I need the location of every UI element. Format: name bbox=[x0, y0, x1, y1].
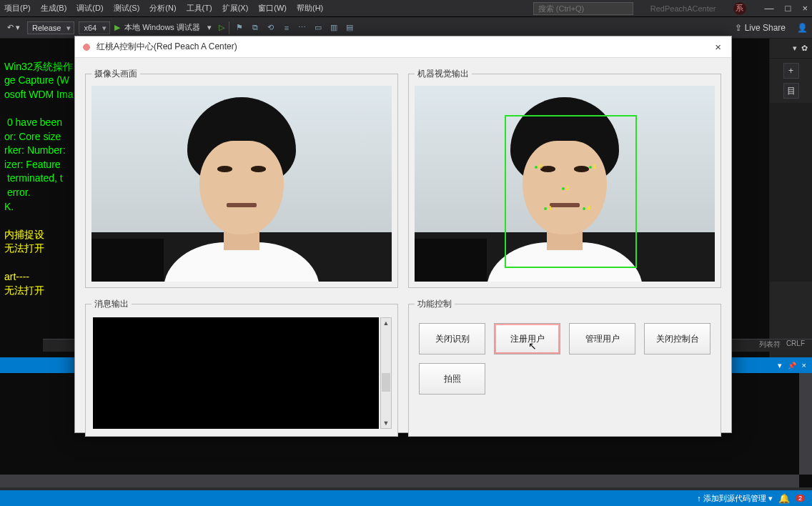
rg-tool-icon-1[interactable]: + bbox=[783, 63, 799, 79]
group-camera: 摄像头画面 bbox=[85, 68, 398, 288]
dock-close-icon[interactable]: × bbox=[802, 361, 806, 369]
window-close-icon[interactable]: × bbox=[802, 3, 808, 14]
redpeach-dialog: 红桃A控制中心(Red Peach A Center) × 摄像头画面 机器视觉… bbox=[74, 36, 732, 433]
start-noDebug-icon[interactable]: ▷ bbox=[219, 23, 224, 32]
message-textbox[interactable]: ▲ ▼ bbox=[91, 316, 392, 430]
group-camera-label: 摄像头画面 bbox=[91, 68, 140, 80]
right-toolstrip: ▾ ✿ + 目 bbox=[769, 39, 812, 410]
toolbar-icon-7[interactable]: ▥ bbox=[328, 22, 340, 34]
ide-menubar: 项目(P) 生成(B) 调试(D) 测试(S) 分析(N) 工具(T) 扩展(X… bbox=[0, 0, 812, 17]
toolbar-icon-3[interactable]: ⟲ bbox=[265, 22, 277, 34]
toolbar-icon-6[interactable]: ▭ bbox=[312, 22, 324, 34]
toggle-recognition-button[interactable]: 关闭识别 bbox=[419, 323, 485, 354]
window-controls: — □ × bbox=[765, 3, 808, 14]
vision-output: 0 1 2 3 4 bbox=[415, 86, 715, 282]
manage-user-button[interactable]: 管理用户 bbox=[569, 323, 635, 354]
dialog-app-icon bbox=[81, 41, 92, 53]
menu-project[interactable]: 项目(P) bbox=[4, 3, 31, 14]
dock-pin-icon[interactable]: 📌 bbox=[788, 362, 796, 369]
rg-gear-icon[interactable]: ✿ bbox=[801, 44, 808, 53]
group-controls: 功能控制 关闭识别 注册用户↖ 管理用户 关闭控制台 拍照 bbox=[408, 298, 721, 437]
col-crlf[interactable]: CRLF bbox=[786, 339, 805, 352]
toolbar-icon-8[interactable]: ▤ bbox=[344, 22, 355, 34]
ide-statusbar: ↑ 添加到源代码管理 ▾ 🔔 2 bbox=[0, 490, 812, 506]
notifications-badge: 2 bbox=[796, 495, 805, 502]
rg-chevron-icon[interactable]: ▾ bbox=[793, 44, 797, 53]
window-restore-icon[interactable]: □ bbox=[786, 3, 791, 14]
group-controls-label: 功能控制 bbox=[415, 298, 455, 310]
take-photo-button[interactable]: 拍照 bbox=[419, 363, 485, 395]
menu-test[interactable]: 测试(S) bbox=[114, 3, 140, 14]
toolbar-icon-1[interactable]: ⚑ bbox=[234, 22, 245, 34]
dialog-close-icon[interactable]: × bbox=[710, 41, 726, 53]
scroll-up-icon[interactable]: ▲ bbox=[381, 318, 391, 328]
scroll-down-icon[interactable]: ▼ bbox=[381, 418, 391, 428]
liveshare-icon[interactable]: ⇪ bbox=[735, 23, 742, 33]
project-title: RedPeachACenter bbox=[643, 4, 723, 13]
cursor-icon: ↖ bbox=[528, 340, 537, 352]
dialog-titlebar[interactable]: 红桃A控制中心(Red Peach A Center) × bbox=[75, 36, 731, 58]
notifications-icon[interactable]: 🔔 bbox=[778, 493, 790, 504]
message-scrollbar[interactable]: ▲ ▼ bbox=[380, 317, 392, 429]
group-vision: 机器视觉输出 0 1 2 3 4 bbox=[408, 68, 721, 288]
toolbar-icon-2[interactable]: ⧉ bbox=[249, 22, 261, 34]
editor-minimap[interactable] bbox=[770, 103, 812, 282]
start-debug-chevron[interactable]: ▾ bbox=[204, 21, 214, 34]
menu-tools[interactable]: 工具(T) bbox=[187, 3, 212, 14]
dock-scroll-vertical[interactable] bbox=[799, 373, 812, 475]
group-vision-label: 机器视觉输出 bbox=[415, 68, 472, 80]
app-logo-icon: 系 bbox=[733, 2, 746, 15]
col-tabs[interactable]: 列表符 bbox=[759, 339, 781, 352]
dock-scroll-horizontal[interactable] bbox=[0, 475, 799, 487]
group-messages: 消息输出 ▲ ▼ bbox=[85, 298, 398, 437]
start-debug-icon[interactable]: ▶ bbox=[114, 23, 120, 32]
landmark-3: 3 bbox=[544, 207, 547, 210]
toolbar-icon-5[interactable]: ⋯ bbox=[297, 22, 308, 34]
platform-dropdown[interactable]: x64 bbox=[79, 21, 110, 34]
face-bbox bbox=[505, 115, 637, 268]
close-console-button[interactable]: 关闭控制台 bbox=[644, 323, 710, 354]
menu-window[interactable]: 窗口(W) bbox=[258, 3, 287, 14]
nav-back-icon[interactable]: ↶ ▾ bbox=[4, 21, 23, 34]
build-config-dropdown[interactable]: Release bbox=[27, 21, 74, 34]
rg-tool-icon-2[interactable]: 目 bbox=[783, 83, 799, 99]
dock-dropdown-icon[interactable]: ▾ bbox=[778, 361, 782, 370]
window-minimize-icon[interactable]: — bbox=[765, 3, 774, 14]
menu-build[interactable]: 生成(B) bbox=[41, 3, 67, 14]
toolbar-icon-4[interactable]: ≡ bbox=[281, 22, 292, 34]
scroll-thumb[interactable] bbox=[382, 373, 390, 392]
menu-analyze[interactable]: 分析(N) bbox=[149, 3, 176, 14]
dialog-title-text: 红桃A控制中心(Red Peach A Center) bbox=[96, 41, 237, 53]
landmark-1: 1 bbox=[589, 166, 592, 169]
group-messages-label: 消息输出 bbox=[91, 298, 132, 310]
scm-add-button[interactable]: ↑ 添加到源代码管理 ▾ bbox=[697, 493, 773, 504]
menu-help[interactable]: 帮助(H) bbox=[297, 3, 323, 14]
camera-feed bbox=[91, 86, 392, 282]
liveshare-label[interactable]: Live Share bbox=[745, 23, 786, 33]
global-search-input[interactable] bbox=[533, 2, 633, 15]
register-user-button[interactable]: 注册用户↖ bbox=[494, 323, 560, 354]
menu-extensions[interactable]: 扩展(X) bbox=[222, 3, 249, 14]
user-icon[interactable]: 👤 bbox=[797, 23, 808, 33]
start-debug-label[interactable]: 本地 Windows 调试器 bbox=[124, 22, 200, 33]
menu-debug[interactable]: 调试(D) bbox=[76, 3, 103, 14]
